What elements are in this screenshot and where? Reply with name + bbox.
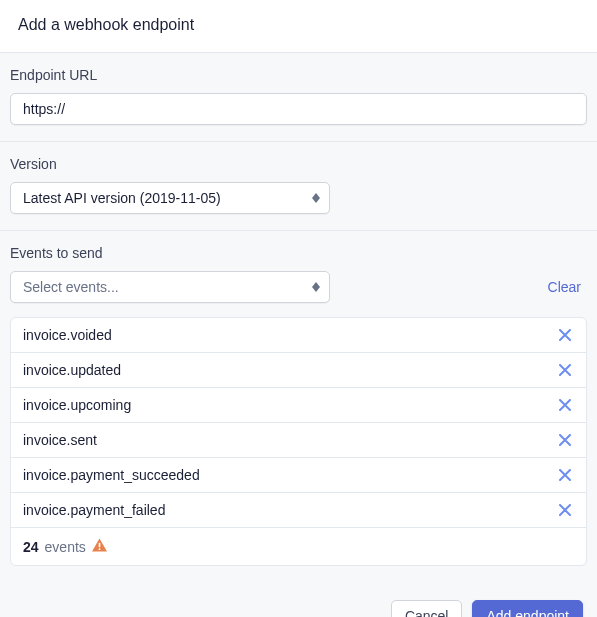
selected-events-list: invoice.voided invoice.updated invoice.u… — [10, 317, 587, 566]
endpoint-url-section: Endpoint URL — [0, 53, 597, 142]
remove-event-button[interactable] — [556, 396, 574, 414]
events-label: Events to send — [10, 245, 587, 261]
events-count: 24 — [23, 539, 39, 555]
dialog-footer: Cancel Add endpoint — [0, 582, 597, 617]
cancel-button[interactable]: Cancel — [391, 600, 463, 617]
event-row: invoice.payment_succeeded — [11, 458, 586, 493]
events-select[interactable]: Select events... — [10, 271, 330, 303]
clear-events-link[interactable]: Clear — [548, 279, 581, 295]
event-name: invoice.upcoming — [23, 397, 131, 413]
event-row: invoice.updated — [11, 353, 586, 388]
remove-event-button[interactable] — [556, 431, 574, 449]
close-icon — [559, 504, 571, 516]
remove-event-button[interactable] — [556, 501, 574, 519]
add-webhook-dialog: Add a webhook endpoint Endpoint URL Vers… — [0, 0, 597, 617]
svg-point-1 — [98, 548, 100, 550]
svg-rect-0 — [98, 543, 100, 548]
event-name: invoice.sent — [23, 432, 97, 448]
remove-event-button[interactable] — [556, 326, 574, 344]
endpoint-url-input[interactable] — [10, 93, 587, 125]
remove-event-button[interactable] — [556, 466, 574, 484]
version-section: Version Latest API version (2019-11-05) — [0, 142, 597, 231]
event-name: invoice.updated — [23, 362, 121, 378]
close-icon — [559, 329, 571, 341]
events-count-label: events — [45, 539, 86, 555]
dialog-title: Add a webhook endpoint — [0, 0, 597, 53]
close-icon — [559, 364, 571, 376]
event-row: invoice.upcoming — [11, 388, 586, 423]
event-name: invoice.payment_failed — [23, 502, 165, 518]
endpoint-url-label: Endpoint URL — [10, 67, 587, 83]
close-icon — [559, 434, 571, 446]
events-section: Events to send Select events... Clear in… — [0, 231, 597, 582]
version-select[interactable]: Latest API version (2019-11-05) — [10, 182, 330, 214]
events-summary-row: 24 events — [11, 528, 586, 565]
event-row: invoice.voided — [11, 318, 586, 353]
close-icon — [559, 399, 571, 411]
close-icon — [559, 469, 571, 481]
event-row: invoice.payment_failed — [11, 493, 586, 528]
version-label: Version — [10, 156, 587, 172]
remove-event-button[interactable] — [556, 361, 574, 379]
event-name: invoice.voided — [23, 327, 112, 343]
event-name: invoice.payment_succeeded — [23, 467, 200, 483]
warning-icon — [92, 538, 107, 555]
add-endpoint-button[interactable]: Add endpoint — [472, 600, 583, 617]
event-row: invoice.sent — [11, 423, 586, 458]
